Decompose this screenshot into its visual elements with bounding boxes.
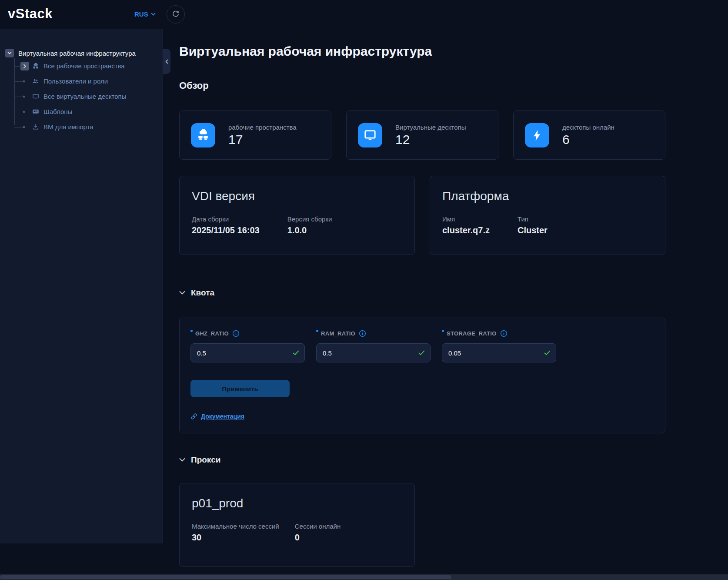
storage-ratio-input[interactable] xyxy=(442,343,556,362)
tree-node-dot xyxy=(23,95,25,97)
link-icon xyxy=(190,413,197,420)
ghz-ratio-field: GHZ_RATIO xyxy=(190,329,305,362)
users-icon xyxy=(32,77,40,85)
sidebar-item-label: Все рабочие пространства xyxy=(43,62,125,70)
platform-name-field: Имя cluster.q7.z xyxy=(442,215,490,235)
proxy-section-toggle[interactable]: Прокси xyxy=(179,455,665,465)
platform-type-field: Тип Cluster xyxy=(518,215,548,235)
stat-card-virtual-desktops: Виртуальные десктопы 12 xyxy=(346,111,498,160)
field-label: Максимальное число сессий xyxy=(192,523,279,530)
ram-ratio-field: RAM_RATIO xyxy=(316,329,431,362)
overview-heading: Обзор xyxy=(179,79,665,92)
import-icon xyxy=(32,123,40,131)
monitor-icon xyxy=(358,123,382,148)
required-marker xyxy=(316,330,318,332)
tree-children: Все рабочие пространства Пользователи и … xyxy=(14,58,158,134)
ghz-ratio-input[interactable] xyxy=(190,343,305,362)
valid-check-icon xyxy=(418,350,425,355)
required-marker xyxy=(442,330,444,332)
field-value: cluster.q7.z xyxy=(442,225,490,235)
field-label: Дата сборки xyxy=(192,215,260,223)
quota-heading: Квота xyxy=(191,288,214,298)
build-version-field: Версия сборки 1.0.0 xyxy=(287,215,332,235)
quota-section-toggle[interactable]: Квота xyxy=(179,288,665,298)
stat-value: 12 xyxy=(395,132,466,147)
sidebar-item-label: Пользователи и роли xyxy=(43,77,108,85)
monitor-icon xyxy=(32,93,40,101)
quota-panel: GHZ_RATIO RAM_RAT xyxy=(179,318,665,433)
stat-label: рабочие пространства xyxy=(228,124,297,131)
documentation-link[interactable]: Документация xyxy=(201,413,244,420)
max-sessions-field: Максимальное число сессий 30 xyxy=(192,523,279,543)
vdi-version-title: VDI версия xyxy=(192,189,402,203)
field-label: Тип xyxy=(518,215,548,223)
field-value: 30 xyxy=(192,533,279,543)
field-value: 2025/11/05 16:03 xyxy=(192,225,260,235)
collapse-tree-icon[interactable] xyxy=(5,49,14,57)
refresh-icon xyxy=(171,10,180,19)
sidebar-item-root[interactable]: Виртуальная рабочая инфраструктура xyxy=(5,49,158,57)
language-label: RUS xyxy=(134,10,148,18)
vstack-logo: vStack xyxy=(8,6,53,22)
valid-check-icon xyxy=(293,350,299,355)
proxy-card-title: p01_prod xyxy=(192,496,402,510)
info-icon[interactable] xyxy=(500,330,508,337)
workspaces-icon xyxy=(191,123,215,148)
stat-value: 17 xyxy=(228,132,297,147)
chevron-left-icon xyxy=(165,59,168,64)
scrollbar-thumb[interactable] xyxy=(0,575,451,579)
stat-card-desktops-online: десктопы онлайн 6 xyxy=(513,111,665,160)
storage-ratio-field: STORAGE_RATIO xyxy=(442,329,556,362)
page-title: Виртуальная рабочая инфраструктура xyxy=(179,43,665,60)
templates-icon xyxy=(32,108,40,116)
main-content: Виртуальная рабочая инфраструктура Обзор… xyxy=(163,29,728,580)
sidebar-item-label: Все виртуальные десктопы xyxy=(43,93,127,100)
sidebar-item-vm-import[interactable]: ВМ для импорта xyxy=(14,119,158,134)
field-label: Версия сборки xyxy=(287,215,332,223)
stat-label: десктопы онлайн xyxy=(562,124,614,131)
vdi-version-card: VDI версия Дата сборки 2025/11/05 16:03 … xyxy=(179,176,415,255)
sidebar-item-workspaces[interactable]: Все рабочие пространства xyxy=(14,58,158,74)
field-label: Сессии онлайн xyxy=(295,523,341,530)
field-label: GHZ_RATIO xyxy=(195,330,229,337)
info-row: VDI версия Дата сборки 2025/11/05 16:03 … xyxy=(179,176,665,255)
stat-card-workspaces: рабочие пространства 17 xyxy=(179,111,331,160)
tree-connector xyxy=(14,66,25,67)
stat-value: 6 xyxy=(562,132,614,147)
sidebar-collapse-handle[interactable] xyxy=(163,49,170,74)
sidebar-navigation-tree: Виртуальная рабочая инфраструктура Все р… xyxy=(0,29,163,543)
field-label: STORAGE_RATIO xyxy=(447,330,497,337)
chevron-down-icon xyxy=(179,458,185,462)
sidebar-root-label: Виртуальная рабочая инфраструктура xyxy=(18,50,136,57)
build-date-field: Дата сборки 2025/11/05 16:03 xyxy=(192,215,260,235)
stat-label: Виртуальные десктопы xyxy=(395,124,466,131)
chevron-down-icon xyxy=(151,13,156,16)
field-value: Cluster xyxy=(518,225,548,235)
stats-row: рабочие пространства 17 Виртуальные деск… xyxy=(179,111,665,160)
sidebar-item-users-roles[interactable]: Пользователи и роли xyxy=(14,74,158,89)
proxy-card: p01_prod Максимальное число сессий 30 Се… xyxy=(179,483,415,567)
refresh-button[interactable] xyxy=(167,5,185,23)
horizontal-scrollbar[interactable] xyxy=(0,574,728,580)
valid-check-icon xyxy=(544,350,551,355)
online-sessions-field: Сессии онлайн 0 xyxy=(295,523,341,543)
platform-title: Платформа xyxy=(442,189,653,203)
sidebar-item-templates[interactable]: Шаблоны xyxy=(14,104,158,119)
tree-node-dot xyxy=(23,126,25,128)
field-label: RAM_RATIO xyxy=(321,330,355,337)
chevron-down-icon xyxy=(179,291,185,295)
info-icon[interactable] xyxy=(232,330,240,337)
language-selector[interactable]: RUS xyxy=(134,10,156,18)
ram-ratio-input[interactable] xyxy=(316,343,431,362)
apply-button[interactable]: Применить xyxy=(190,380,290,397)
sidebar-item-virtual-desktops[interactable]: Все виртуальные десктопы xyxy=(14,89,158,104)
proxy-heading: Прокси xyxy=(191,455,220,465)
required-marker xyxy=(190,330,193,332)
field-value: 0 xyxy=(295,533,341,543)
field-value: 1.0.0 xyxy=(287,225,332,235)
field-label: Имя xyxy=(442,215,490,223)
topbar: vStack RUS xyxy=(0,0,728,29)
platform-card: Платформа Имя cluster.q7.z Тип Cluster xyxy=(430,176,665,255)
sidebar-item-label: ВМ для импорта xyxy=(43,123,94,131)
info-icon[interactable] xyxy=(359,330,366,337)
